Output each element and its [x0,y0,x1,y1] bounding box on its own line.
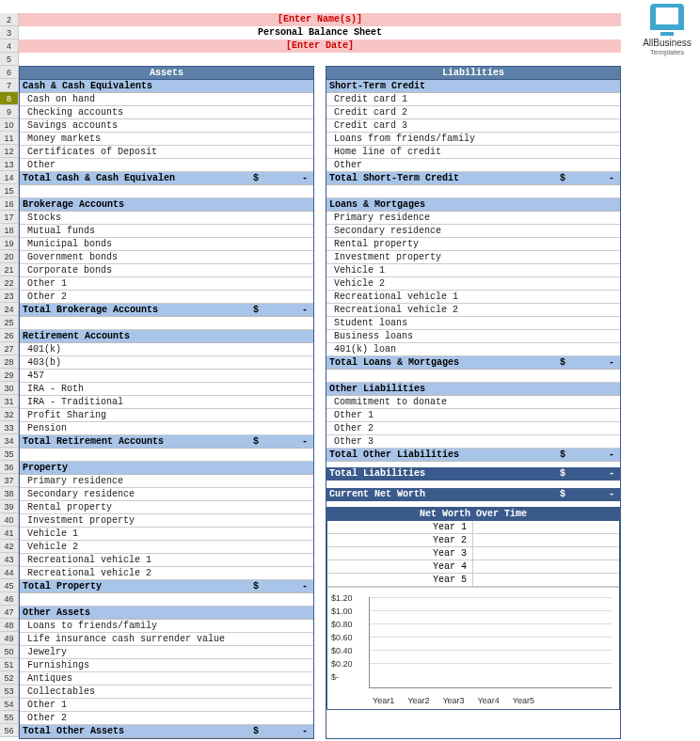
line-item[interactable]: Other [326,159,620,172]
row-number[interactable]: 8 [0,92,19,105]
row-number[interactable]: 15 [0,184,19,197]
row-number[interactable]: 46 [0,592,19,606]
net-worth-year-row[interactable]: Year 3 [327,547,619,560]
row-number[interactable]: 45 [0,579,19,592]
line-item[interactable]: IRA - Traditional [20,396,313,409]
line-item[interactable]: Vehicle 2 [326,277,620,291]
net-worth-year-row[interactable]: Year 5 [327,574,619,587]
line-item[interactable]: Cash on hand [20,93,313,106]
line-item[interactable]: Recreational vehicle 2 [20,567,313,580]
line-item[interactable]: Commitment to donate [326,396,620,409]
line-item[interactable]: Recreational vehicle 2 [326,304,620,317]
line-item[interactable]: Loans to friends/family [20,620,313,633]
date-placeholder-cell[interactable]: [Enter Date] [19,39,621,53]
line-item[interactable]: Checking accounts [20,106,313,119]
line-item[interactable]: Savings accounts [20,119,313,133]
line-item[interactable]: Rental property [20,501,313,514]
line-item[interactable]: Other 1 [326,409,620,422]
line-item[interactable]: Life insurance cash surrender value [20,633,313,646]
row-number[interactable]: 18 [0,224,19,237]
row-number[interactable]: 40 [0,513,19,527]
row-number[interactable]: 26 [0,329,19,342]
line-item[interactable]: Other 3 [326,435,620,449]
row-number[interactable]: 21 [0,263,19,276]
line-item[interactable]: Credit card 1 [326,93,620,106]
row-number[interactable]: 56 [0,724,19,737]
line-item[interactable]: Primary residence [20,475,313,488]
row-number[interactable]: 7 [0,79,19,92]
line-item[interactable]: Other 2 [326,422,620,435]
row-number[interactable]: 36 [0,461,19,474]
line-item[interactable]: Secondary residence [20,488,313,501]
row-number[interactable]: 49 [0,632,19,645]
row-number[interactable]: 30 [0,382,19,395]
row-number[interactable]: 4 [0,39,19,53]
line-item[interactable]: Investment property [20,514,313,528]
line-item[interactable]: Money markets [20,133,313,146]
line-item[interactable]: Collectables [20,686,313,699]
net-worth-year-row[interactable]: Year 4 [327,560,619,574]
net-worth-year-row[interactable]: Year 2 [327,534,619,547]
name-placeholder-cell[interactable]: [Enter Name(s)] [19,13,621,26]
line-item[interactable]: Secondary residence [326,225,620,238]
line-item[interactable]: Other 2 [20,712,313,725]
row-number[interactable]: 47 [0,606,19,619]
line-item[interactable]: Mutual funds [20,225,313,238]
row-number[interactable]: 38 [0,487,19,500]
line-item[interactable]: Recreational vehicle 1 [20,554,313,567]
line-item[interactable]: Corporate bonds [20,264,313,277]
line-item[interactable]: Antiques [20,672,313,686]
row-number[interactable]: 41 [0,527,19,540]
row-number[interactable]: 31 [0,395,19,408]
line-item[interactable]: Stocks [20,212,313,225]
row-number[interactable]: 29 [0,369,19,382]
row-number[interactable]: 44 [0,566,19,579]
line-item[interactable]: Student loans [326,317,620,330]
row-number[interactable]: 24 [0,303,19,316]
line-item[interactable]: Primary residence [326,212,620,225]
row-number[interactable]: 23 [0,290,19,303]
row-number[interactable]: 42 [0,540,19,553]
line-item[interactable]: Investment property [326,251,620,264]
row-number[interactable]: 48 [0,619,19,632]
row-number[interactable]: 35 [0,448,19,461]
line-item[interactable]: Credit card 2 [326,106,620,119]
row-number[interactable]: 54 [0,698,19,711]
line-item[interactable]: 403(b) [20,356,313,370]
row-number[interactable]: 17 [0,211,19,224]
line-item[interactable]: Vehicle 1 [326,264,620,277]
row-number[interactable]: 33 [0,421,19,434]
line-item[interactable]: Other [20,159,313,172]
row-number[interactable]: 9 [0,105,19,118]
line-item[interactable]: Home line of credit [326,146,620,159]
line-item[interactable]: Recreational vehicle 1 [326,291,620,304]
line-item[interactable]: Vehicle 2 [20,541,313,554]
line-item[interactable]: Certificates of Deposit [20,146,313,159]
row-number[interactable]: 25 [0,316,19,329]
row-number[interactable]: 55 [0,711,19,724]
row-number[interactable]: 20 [0,250,19,263]
row-number[interactable]: 14 [0,171,19,184]
line-item[interactable]: Pension [20,422,313,435]
line-item[interactable]: Jewelry [20,646,313,659]
row-number[interactable]: 11 [0,132,19,145]
line-item[interactable]: Municipal bonds [20,238,313,251]
line-item[interactable]: Furnishings [20,659,313,672]
row-number[interactable]: 32 [0,408,19,421]
row-number[interactable]: 13 [0,158,19,171]
row-number[interactable]: 2 [0,13,19,26]
row-number[interactable]: 28 [0,355,19,369]
row-number[interactable]: 50 [0,645,19,658]
row-number[interactable]: 22 [0,276,19,290]
line-item[interactable]: Government bonds [20,251,313,264]
line-item[interactable]: Loans from friends/family [326,133,620,146]
line-item[interactable]: Rental property [326,238,620,251]
row-number[interactable]: 27 [0,342,19,355]
row-number[interactable]: 52 [0,671,19,685]
line-item[interactable]: IRA - Roth [20,383,313,396]
row-number[interactable]: 16 [0,197,19,211]
row-number[interactable]: 12 [0,145,19,158]
row-number[interactable]: 51 [0,658,19,671]
row-number[interactable]: 6 [0,66,19,79]
line-item[interactable]: Other 2 [20,291,313,304]
